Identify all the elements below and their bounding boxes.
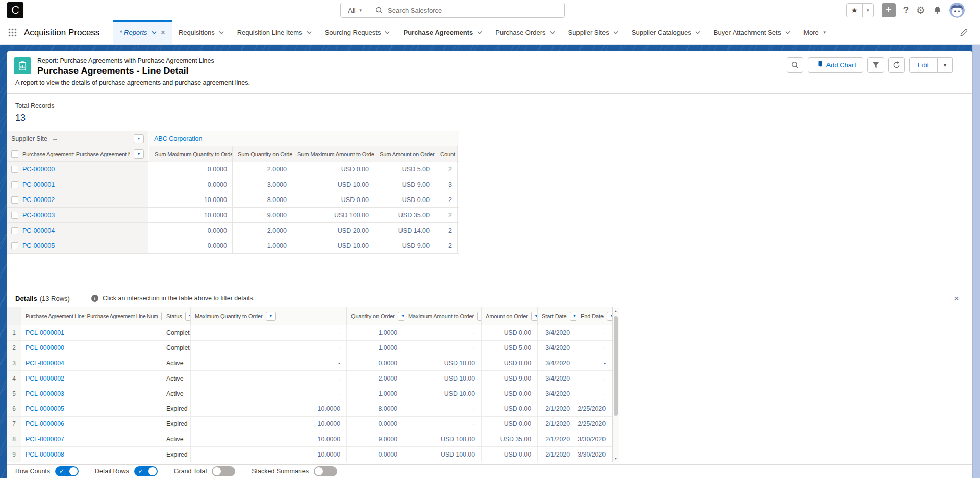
- details-column-header[interactable]: Amount on Order▼: [482, 307, 538, 325]
- select-all-checkbox[interactable]: [11, 150, 18, 158]
- edit-nav-pencil-icon[interactable]: [960, 29, 968, 36]
- purchase-agreement-line-link[interactable]: PCL-0000001: [26, 329, 64, 336]
- tab-requisition-line-items[interactable]: Requisition Line Items: [231, 20, 318, 44]
- tab-more[interactable]: More▼: [797, 20, 834, 44]
- chevron-down-icon[interactable]: [152, 31, 157, 34]
- summary-value-cell[interactable]: USD 0.00: [374, 192, 435, 207]
- summary-value-cell[interactable]: USD 9.00: [374, 177, 435, 192]
- column-menu-button[interactable]: ▼: [185, 312, 191, 321]
- tab-buyer-attachment-sets[interactable]: Buyer Attachment Sets: [707, 20, 797, 44]
- row-checkbox[interactable]: [11, 242, 18, 249]
- chevron-down-icon[interactable]: [477, 31, 482, 34]
- summary-value-cell[interactable]: 3: [435, 177, 458, 192]
- summary-value-cell[interactable]: 9.0000: [232, 208, 292, 222]
- summary-value-cell[interactable]: 0.0000: [149, 238, 232, 253]
- summary-value-cell[interactable]: 8.0000: [232, 192, 292, 207]
- purchase-agreement-line-link[interactable]: PCL-0000002: [26, 375, 64, 382]
- tab-supplier-sites[interactable]: Supplier Sites: [562, 20, 625, 44]
- purchase-agreement-link[interactable]: PC-000004: [22, 227, 55, 234]
- chevron-down-icon[interactable]: [613, 31, 618, 34]
- summary-value-cell[interactable]: 2.0000: [232, 162, 292, 177]
- purchase-agreement-link[interactable]: PC-000002: [22, 196, 55, 204]
- summary-value-cell[interactable]: USD 9.00: [374, 238, 435, 253]
- favorites-star-icon[interactable]: ★: [847, 4, 862, 17]
- details-column-header[interactable]: Quantity on Order▼: [347, 307, 404, 325]
- purchase-agreement-line-link[interactable]: PCL-0000006: [26, 420, 64, 427]
- filter-button[interactable]: [867, 57, 884, 73]
- summary-value-cell[interactable]: USD 0.00: [292, 162, 374, 177]
- chevron-down-icon[interactable]: [307, 31, 312, 34]
- purchase-agreement-line-link[interactable]: PCL-0000008: [26, 451, 64, 458]
- summary-value-cell[interactable]: 0.0000: [149, 162, 232, 177]
- summary-value-cell[interactable]: 2: [435, 192, 458, 207]
- purchase-agreement-line-link[interactable]: PCL-0000005: [26, 405, 64, 412]
- setup-gear-icon[interactable]: ⚙: [916, 4, 925, 16]
- summary-value-cell[interactable]: USD 10.00: [292, 177, 374, 192]
- summary-value-cell[interactable]: 2: [435, 238, 458, 253]
- caret-down-icon[interactable]: ▼: [823, 30, 827, 35]
- favorites-button-group[interactable]: ★ ▼: [846, 3, 874, 17]
- summary-value-cell[interactable]: USD 35.00: [374, 208, 435, 222]
- user-avatar[interactable]: [949, 3, 965, 18]
- tab-sourcing-requests[interactable]: Sourcing Requests: [318, 20, 397, 44]
- summary-value-cell[interactable]: USD 10.00: [292, 238, 374, 253]
- supplier-site-link[interactable]: ABC Corporation: [154, 135, 203, 142]
- column-menu-button[interactable]: ▼: [570, 312, 576, 321]
- scrollbar-thumb[interactable]: [614, 316, 618, 416]
- chevron-down-icon[interactable]: [695, 31, 700, 34]
- app-launcher-icon[interactable]: [8, 28, 17, 37]
- favorites-caret-icon[interactable]: ▼: [862, 4, 873, 17]
- toggle-stacked-summaries[interactable]: [314, 466, 337, 476]
- tab-reports[interactable]: * Reports×: [113, 20, 172, 44]
- column-menu-button[interactable]: ▼: [266, 312, 276, 321]
- refresh-button[interactable]: [888, 57, 905, 73]
- tab-purchase-orders[interactable]: Purchase Orders: [489, 20, 561, 44]
- notifications-bell-icon[interactable]: [933, 6, 942, 15]
- purchase-agreement-link[interactable]: PC-000003: [22, 212, 55, 219]
- report-search-button[interactable]: [787, 57, 803, 73]
- summary-value-cell[interactable]: 2: [435, 223, 458, 238]
- row-checkbox[interactable]: [11, 166, 18, 173]
- chevron-down-icon[interactable]: [385, 31, 390, 34]
- tab-requisitions[interactable]: Requisitions: [172, 20, 231, 44]
- toggle-grand-total[interactable]: [212, 466, 235, 476]
- summary-value-cell[interactable]: USD 100.00: [292, 208, 374, 222]
- row-checkbox[interactable]: [11, 227, 18, 234]
- summary-value-cell[interactable]: 10.0000: [149, 192, 232, 207]
- details-column-header[interactable]: Purchase Agreement Line: Purchase Agreem…: [21, 307, 162, 325]
- purchase-agreement-link[interactable]: PC-000001: [22, 181, 55, 188]
- column-menu-button[interactable]: ▼: [531, 312, 538, 321]
- global-search[interactable]: All▼: [340, 3, 565, 18]
- summary-value-cell[interactable]: USD 20.00: [292, 223, 374, 238]
- tab-supplier-catalogues[interactable]: Supplier Catalogues: [625, 20, 707, 44]
- summary-value-cell[interactable]: 3.0000: [232, 177, 292, 192]
- summary-value-cell[interactable]: USD 0.00: [292, 192, 374, 207]
- column-menu-button[interactable]: ▼: [607, 312, 612, 321]
- chevron-down-icon[interactable]: [785, 31, 790, 34]
- summary-value-cell[interactable]: 10.0000: [149, 208, 232, 222]
- row-checkbox[interactable]: [11, 212, 18, 219]
- column-menu-button[interactable]: ▼: [477, 312, 482, 321]
- column-group-menu-button[interactable]: ▼: [134, 134, 144, 143]
- purchase-agreement-line-link[interactable]: PCL-0000000: [26, 344, 64, 351]
- edit-button[interactable]: Edit: [909, 57, 938, 73]
- purchase-agreement-link[interactable]: PC-000000: [22, 166, 55, 173]
- row-group-menu-button[interactable]: ▼: [134, 149, 144, 159]
- summary-value-cell[interactable]: 0.0000: [149, 177, 232, 192]
- toggle-row-counts[interactable]: ✓: [55, 466, 79, 476]
- purchase-agreement-line-link[interactable]: PCL-0000004: [26, 360, 64, 367]
- details-scrollbar[interactable]: ▲ ▼: [612, 307, 619, 462]
- page-scrollbar[interactable]: [972, 45, 980, 478]
- purchase-agreement-line-link[interactable]: PCL-0000007: [26, 436, 64, 443]
- scroll-up-icon[interactable]: ▲: [613, 309, 619, 313]
- details-column-header[interactable]: Status▼: [162, 307, 191, 325]
- column-menu-button[interactable]: ▼: [398, 312, 404, 321]
- details-column-header[interactable]: End Date▼: [576, 307, 612, 325]
- close-tab-icon[interactable]: ×: [161, 29, 165, 37]
- details-column-header[interactable]: Start Date▼: [538, 307, 576, 325]
- tab-purchase-agreements[interactable]: Purchase Agreements: [396, 20, 489, 44]
- row-checkbox[interactable]: [11, 196, 18, 204]
- purchase-agreement-line-link[interactable]: PCL-0000003: [26, 390, 64, 397]
- summary-value-cell[interactable]: 2: [435, 162, 458, 177]
- toggle-detail-rows[interactable]: ✓: [134, 466, 158, 476]
